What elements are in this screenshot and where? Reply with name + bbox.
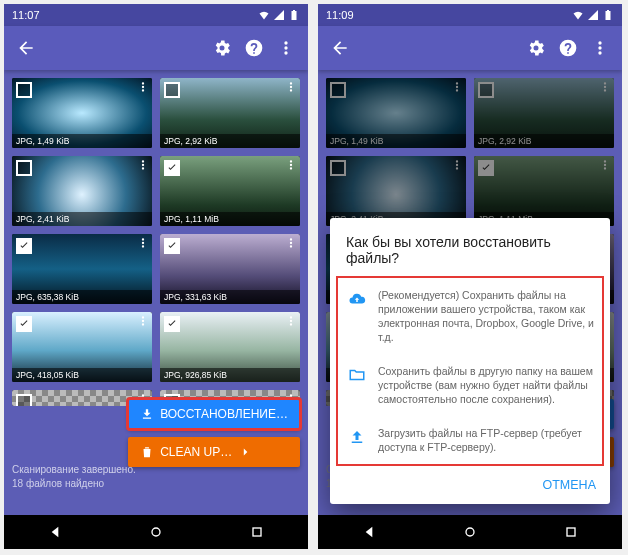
image-tile[interactable]: JPG, 635,38 KiB: [12, 234, 152, 304]
phone-right: 11:09 JPG, 1,49 KiBJPG, 2,92 KiBJPG, 2,4…: [318, 4, 622, 549]
tile-more[interactable]: [450, 80, 464, 98]
image-tile[interactable]: JPG, 1,49 KiB: [326, 78, 466, 148]
scan-status: Сканирование завершено. 18 файлов найден…: [12, 463, 136, 491]
checkbox[interactable]: [164, 238, 180, 254]
status-time: 11:07: [12, 9, 40, 21]
tile-more[interactable]: [284, 80, 298, 98]
more-vert-icon: [276, 38, 296, 58]
status-bar: 11:09: [318, 4, 622, 26]
checkbox[interactable]: [16, 238, 32, 254]
trash-icon: [140, 445, 154, 459]
image-tile[interactable]: JPG, 926,85 KiB: [160, 312, 300, 382]
more-vert-icon: [450, 80, 464, 94]
phone-left: 11:07 JPG, 1,49 KiBJPG, 2,92 KiBJPG, 2,4…: [4, 4, 308, 549]
cleanup-button[interactable]: CLEAN UP…: [128, 437, 300, 467]
nav-home-icon[interactable]: [148, 524, 164, 540]
nav-recent-icon[interactable]: [249, 524, 265, 540]
scan-line2: 18 файлов найдено: [12, 477, 136, 491]
settings-button[interactable]: [206, 32, 238, 64]
tile-more[interactable]: [136, 80, 150, 98]
tile-more[interactable]: [284, 236, 298, 254]
gear-icon: [212, 38, 232, 58]
back-button[interactable]: [10, 32, 42, 64]
tile-more[interactable]: [136, 236, 150, 254]
tile-caption: JPG, 2,41 KiB: [12, 212, 152, 226]
restore-button[interactable]: ВОССТАНОВЛЕНИЕ…: [128, 399, 300, 429]
restore-dialog: Как бы вы хотели восстановить файлы? (Ре…: [330, 218, 610, 504]
help-button[interactable]: [552, 32, 584, 64]
nav-bar: [318, 515, 622, 549]
checkbox[interactable]: [330, 160, 346, 176]
image-tile[interactable]: JPG, 2,41 KiB: [326, 156, 466, 226]
upload-icon: [348, 428, 366, 446]
checkbox[interactable]: [16, 160, 32, 176]
nav-home-icon[interactable]: [462, 524, 478, 540]
back-button[interactable]: [324, 32, 356, 64]
dialog-option-ftp[interactable]: Загрузить файлы на FTP-сервер (требует д…: [338, 416, 602, 464]
svg-point-0: [152, 528, 160, 536]
image-tile[interactable]: JPG, 418,05 KiB: [12, 312, 152, 382]
tile-more[interactable]: [136, 314, 150, 332]
checkbox[interactable]: [330, 82, 346, 98]
cleanup-label: CLEAN UP…: [160, 445, 232, 459]
tile-caption: JPG, 1,49 KiB: [12, 134, 152, 148]
overflow-button[interactable]: [270, 32, 302, 64]
checkbox[interactable]: [16, 82, 32, 98]
checkbox[interactable]: [478, 160, 494, 176]
tile-caption: JPG, 418,05 KiB: [12, 368, 152, 382]
check-icon: [166, 240, 178, 252]
more-vert-icon: [284, 314, 298, 328]
restore-label: ВОССТАНОВЛЕНИЕ…: [160, 407, 288, 421]
thumbnail-grid: JPG, 1,49 KiBJPG, 2,92 KiBJPG, 2,41 KiBJ…: [4, 70, 308, 414]
nav-bar: [4, 515, 308, 549]
dialog-cancel[interactable]: ОТМЕНА: [543, 478, 596, 492]
battery-icon: [288, 9, 300, 21]
tile-more[interactable]: [136, 158, 150, 176]
checkbox[interactable]: [164, 82, 180, 98]
tile-more[interactable]: [450, 158, 464, 176]
tile-caption: JPG, 1,49 KiB: [326, 134, 466, 148]
nav-recent-icon[interactable]: [563, 524, 579, 540]
help-button[interactable]: [238, 32, 270, 64]
dialog-option-text: Сохранить файлы в другую папку на вашем …: [378, 364, 594, 406]
more-vert-icon: [136, 236, 150, 250]
tile-more[interactable]: [598, 80, 612, 98]
more-vert-icon: [284, 80, 298, 94]
arrow-left-icon: [330, 38, 350, 58]
image-tile[interactable]: JPG, 331,63 KiB: [160, 234, 300, 304]
more-vert-icon: [590, 38, 610, 58]
image-tile[interactable]: JPG, 1,11 MiB: [160, 156, 300, 226]
tile-more[interactable]: [598, 158, 612, 176]
nav-back-icon[interactable]: [47, 524, 63, 540]
tile-caption: JPG, 635,38 KiB: [12, 290, 152, 304]
more-vert-icon: [450, 158, 464, 172]
tile-caption: JPG, 1,11 MiB: [160, 212, 300, 226]
checkbox[interactable]: [164, 316, 180, 332]
status-icons: [258, 9, 300, 21]
tile-caption: JPG, 331,63 KiB: [160, 290, 300, 304]
checkbox[interactable]: [16, 394, 32, 406]
image-tile[interactable]: JPG, 2,41 KiB: [12, 156, 152, 226]
image-tile[interactable]: JPG, 2,92 KiB: [160, 78, 300, 148]
image-tile[interactable]: JPG, 1,49 KiB: [12, 78, 152, 148]
checkbox[interactable]: [16, 316, 32, 332]
image-tile[interactable]: JPG, 1,11 MiB: [474, 156, 614, 226]
checkbox[interactable]: [164, 160, 180, 176]
battery-icon: [602, 9, 614, 21]
dialog-option-cloud[interactable]: (Рекомендуется) Сохранить файлы на прило…: [338, 278, 602, 354]
gear-icon: [526, 38, 546, 58]
image-tile[interactable]: JPG, 2,92 KiB: [474, 78, 614, 148]
checkbox[interactable]: [478, 82, 494, 98]
settings-button[interactable]: [520, 32, 552, 64]
help-icon: [244, 38, 264, 58]
nav-back-icon[interactable]: [361, 524, 377, 540]
wifi-icon: [258, 9, 270, 21]
dialog-option-folder[interactable]: Сохранить файлы в другую папку на вашем …: [338, 354, 602, 416]
tile-more[interactable]: [284, 314, 298, 332]
overflow-button[interactable]: [584, 32, 616, 64]
scan-line1: Сканирование завершено.: [12, 463, 136, 477]
download-icon: [140, 407, 154, 421]
dialog-option-text: Загрузить файлы на FTP-сервер (требует д…: [378, 426, 594, 454]
dialog-option-text: (Рекомендуется) Сохранить файлы на прило…: [378, 288, 594, 344]
tile-more[interactable]: [284, 158, 298, 176]
